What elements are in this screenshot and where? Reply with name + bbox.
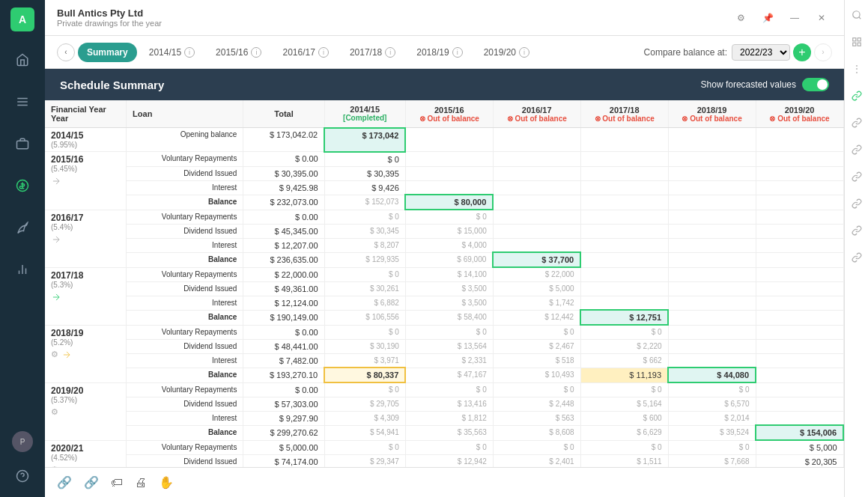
p19: $ 20,305 (756, 455, 843, 468)
right-link5-icon[interactable] (848, 195, 866, 213)
tab-2019-20[interactable]: 2019/20 i (475, 43, 538, 62)
p19 (756, 397, 843, 411)
year-cell-2017: 2017/18(5.3%) (45, 267, 127, 325)
network-icon[interactable]: 🔗 (57, 475, 72, 490)
p16 (493, 210, 580, 224)
p15: $ 12,942 (405, 455, 493, 468)
p14: $ 30,190 (324, 339, 405, 353)
p14: $ 29,347 (324, 455, 405, 468)
col-2019-20: 2019/20 ⊗ Out of balance (756, 100, 843, 128)
sidebar-leaf[interactable] (9, 214, 36, 241)
p18 (668, 252, 756, 267)
p19 (756, 166, 843, 180)
sidebar-help[interactable] (9, 463, 36, 490)
company-name: Bull Antics Pty Ltd (57, 7, 162, 19)
right-link7-icon[interactable] (848, 248, 866, 266)
close-button[interactable]: ✕ (811, 7, 832, 28)
right-more-icon[interactable]: ⋮ (848, 60, 866, 78)
p18 (668, 325, 756, 339)
p16: $ 12,442 (493, 310, 580, 325)
right-link1-icon[interactable] (848, 87, 866, 105)
col-2014-15: 2014/15 [Completed] (324, 100, 405, 128)
app-logo: A (10, 7, 34, 31)
p17: $ 662 (580, 353, 668, 368)
p18 (668, 296, 756, 310)
p14: $ 152,073 (324, 195, 405, 210)
add-button[interactable]: + (793, 43, 811, 61)
p14: $ 30,395 (324, 166, 405, 180)
sidebar-home[interactable] (9, 46, 36, 73)
total-val: $ 5,000.00 (243, 440, 324, 455)
table-row: Dividend Issued $ 57,303.00 $ 29,705 $ 1… (45, 397, 843, 411)
p16 (493, 166, 580, 180)
p16: $ 563 (493, 411, 580, 425)
tab-summary[interactable]: Summary (78, 43, 137, 62)
pin-button[interactable]: 📌 (757, 7, 778, 28)
sidebar: A P (0, 0, 45, 497)
link-icon[interactable]: 🔗 (84, 475, 99, 490)
gesture-icon[interactable]: ✋ (159, 475, 174, 490)
p14: $ 6,882 (324, 296, 405, 310)
table-row: 2017/18(5.3%) Voluntary Repayments $ 22,… (45, 267, 843, 281)
right-link4-icon[interactable] (848, 168, 866, 186)
forecasted-toggle[interactable] (802, 78, 829, 91)
table-row: Balance $ 232,073.00 $ 152,073 $ 80,000 (45, 195, 843, 210)
p18: $ 0 (668, 440, 756, 455)
p19 (756, 210, 843, 224)
p18 (668, 210, 756, 224)
minimize-button[interactable]: — (784, 7, 805, 28)
sidebar-briefcase[interactable] (9, 130, 36, 157)
tab-2016-17[interactable]: 2016/17 i (273, 43, 337, 62)
col-2018-19: 2018/19 ⊗ Out of balance (668, 100, 756, 128)
right-grid-icon[interactable] (848, 33, 866, 51)
settings-button[interactable]: ⚙ (730, 7, 751, 28)
table-header-row: Financial Year Year Loan Total 2014/15 [… (45, 100, 843, 128)
p14: $ 0 (324, 210, 405, 224)
tag-icon[interactable]: 🏷 (111, 476, 123, 490)
total-val: $ 299,270.62 (243, 425, 324, 440)
nav-forward-button[interactable]: › (814, 43, 832, 61)
sidebar-avatar[interactable]: P (9, 428, 36, 455)
right-link6-icon[interactable] (848, 222, 866, 240)
right-link2-icon[interactable] (848, 114, 866, 132)
p16: $ 518 (493, 353, 580, 368)
total-val: $ 74,174.00 (243, 455, 324, 468)
p19 (756, 281, 843, 296)
p16: $ 0 (493, 325, 580, 339)
total-val: $ 0.00 (243, 210, 324, 224)
print-icon[interactable]: 🖨 (135, 476, 147, 490)
tab-2018-19[interactable]: 2018/19 i (407, 43, 471, 62)
p17 (580, 296, 668, 310)
p14: $ 29,705 (324, 397, 405, 411)
sidebar-menu[interactable] (9, 88, 36, 115)
p15 (405, 152, 493, 167)
tab-2014-15[interactable]: 2014/15 i (140, 43, 204, 62)
total-val: $ 22,000.00 (243, 267, 324, 281)
p17: $ 600 (580, 411, 668, 425)
p16: $ 2,401 (493, 455, 580, 468)
sidebar-chart[interactable] (9, 256, 36, 283)
table-row: Interest $ 9,297.90 $ 4,309 $ 1,812 $ 56… (45, 411, 843, 425)
nav-back-button[interactable]: ‹ (57, 43, 75, 61)
table-body: 2014/15 (5.95%) Opening balance $ 173,04… (45, 128, 843, 468)
p15: $ 69,000 (405, 252, 493, 267)
right-link3-icon[interactable] (848, 141, 866, 159)
compare-select[interactable]: 2022/23 (732, 44, 790, 61)
p17 (580, 238, 668, 252)
p14: $ 106,556 (324, 310, 405, 325)
loan-label: Balance (127, 195, 243, 210)
tab-2015-16[interactable]: 2015/16 i (207, 43, 270, 62)
tab-2017-18[interactable]: 2017/18 i (341, 43, 404, 62)
p18: $ 6,570 (668, 397, 756, 411)
sidebar-dollar[interactable] (9, 172, 36, 199)
p16: $ 5,000 (493, 281, 580, 296)
total-val: $ 0.00 (243, 152, 324, 167)
info-icon-2018: i (452, 47, 463, 58)
p16: $ 10,493 (493, 368, 580, 382)
table-row: Dividend Issued $ 48,441.00 $ 30,190 $ 1… (45, 339, 843, 353)
p17: $ 11,193 (580, 368, 668, 382)
right-search-icon[interactable] (848, 6, 866, 24)
p16: $ 2,448 (493, 397, 580, 411)
p15: $ 3,500 (405, 296, 493, 310)
period-cell-2014: $ 173,042 (324, 128, 405, 152)
